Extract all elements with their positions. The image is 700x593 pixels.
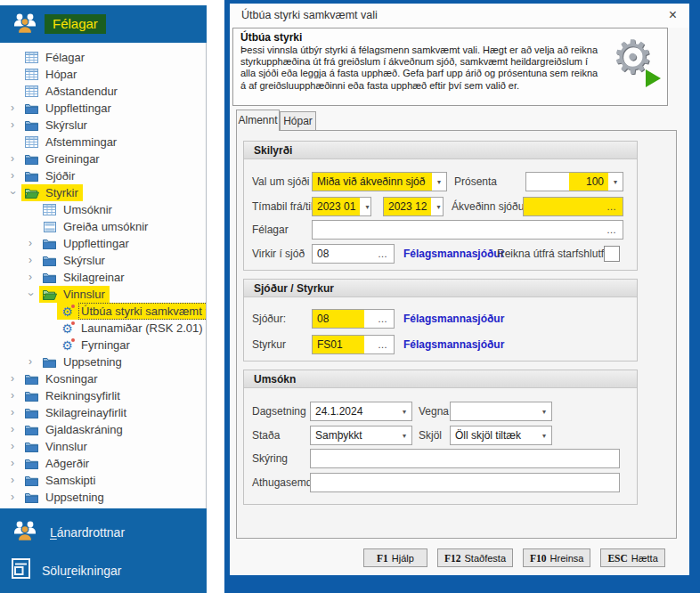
table-icon bbox=[42, 204, 57, 215]
expand-arrow-icon[interactable]: › bbox=[21, 269, 39, 286]
folder-icon bbox=[24, 120, 39, 131]
tree-item-23[interactable]: ›Vinnslur bbox=[0, 438, 206, 455]
stada-label: Staða bbox=[252, 426, 280, 445]
expand-arrow-icon[interactable]: › bbox=[4, 184, 21, 202]
expand-arrow-icon[interactable]: › bbox=[4, 100, 21, 117]
dialog-title: Útbúa styrki samkvæmt vali bbox=[241, 9, 378, 21]
tree-item-9[interactable]: ›Umsóknir bbox=[0, 201, 206, 218]
tree-item-label: Launamiðar (RSK 2.01) bbox=[79, 321, 205, 336]
tree-item-1[interactable]: ›Hópar bbox=[0, 66, 206, 83]
dialog-titlebar[interactable]: Útbúa styrki samkvæmt vali × bbox=[230, 4, 689, 28]
timabil-til-select[interactable]: 2023 12 ▾ bbox=[383, 197, 444, 216]
tree-item-12[interactable]: ›Skýrslur bbox=[0, 252, 206, 269]
tree-item-4[interactable]: ›Skýrslur bbox=[0, 117, 206, 134]
reikna-checkbox[interactable] bbox=[604, 246, 620, 262]
f12-staðfesta-button[interactable]: F12Staðfesta bbox=[437, 548, 513, 567]
tree-item-2[interactable]: ›Aðstandendur bbox=[0, 83, 206, 100]
tree-item-5[interactable]: ›Afstemmingar bbox=[0, 134, 206, 150]
folder-icon bbox=[24, 425, 39, 435]
tree-item-26[interactable]: ›Uppsetning bbox=[0, 489, 206, 506]
chevron-down-icon: ▾ bbox=[432, 173, 446, 191]
sidebar-item-lanardrottnar[interactable]: Lánardrottnar bbox=[12, 519, 125, 545]
tree-item-13[interactable]: ›Skilagreinar bbox=[0, 269, 206, 286]
ellipsis-button[interactable]: … bbox=[372, 245, 394, 263]
tree-item-content: ⚙Útbúa styrki samkvæmt vali bbox=[57, 303, 207, 320]
tree-item-14[interactable]: ›Vinnslur bbox=[0, 286, 206, 303]
tree-item-24[interactable]: ›Aðgerðir bbox=[0, 455, 206, 472]
tab-hopar[interactable]: Hópar bbox=[280, 111, 316, 130]
tree-item-11[interactable]: ›Uppflettingar bbox=[0, 235, 206, 252]
timabil-fra-select[interactable]: 2023 01 ▾ bbox=[312, 197, 371, 216]
expand-arrow-icon[interactable]: › bbox=[4, 370, 21, 387]
expand-arrow-icon[interactable]: › bbox=[22, 286, 39, 304]
tree-item-7[interactable]: ›Sjóðir bbox=[0, 167, 206, 184]
ellipsis-button[interactable]: … bbox=[601, 198, 623, 215]
esc-hætta-button[interactable]: ESCHætta bbox=[600, 548, 664, 567]
expand-arrow-icon[interactable]: › bbox=[4, 150, 21, 167]
tab-almennt[interactable]: Almennt bbox=[236, 110, 280, 131]
close-icon[interactable]: × bbox=[669, 7, 677, 23]
tree-item-22[interactable]: ›Gjaldaskráning bbox=[0, 421, 206, 438]
tree-item-17[interactable]: ›⚙Fyrningar bbox=[0, 337, 206, 353]
vegna-select[interactable]: ▾ bbox=[450, 402, 552, 421]
prosenta-input[interactable]: 100 ▾ bbox=[525, 172, 623, 191]
tree-item-18[interactable]: ›Uppsetning bbox=[0, 353, 206, 370]
tree-item-0[interactable]: ›Félagar bbox=[0, 49, 206, 66]
expand-arrow-icon[interactable]: › bbox=[4, 455, 21, 472]
stada-select[interactable]: Samþykkt ▾ bbox=[310, 426, 412, 445]
akvedinn-sjodur-field[interactable]: … bbox=[523, 197, 623, 216]
timabil-label: Tímabil frá/til bbox=[252, 197, 313, 216]
f10-hreinsa-button[interactable]: F10Hreinsa bbox=[523, 548, 590, 567]
tree-item-16[interactable]: ›⚙Launamiðar (RSK 2.01) bbox=[0, 320, 206, 337]
skyring-input[interactable] bbox=[310, 449, 620, 468]
athugasemd-input[interactable] bbox=[310, 473, 620, 492]
groupbox-sjodur-styrkur-title: Sjóður / Styrkur bbox=[244, 280, 637, 297]
expand-arrow-icon[interactable]: › bbox=[21, 235, 39, 252]
tree-item-8[interactable]: ›Styrkir bbox=[0, 184, 206, 201]
tree-item-15[interactable]: ›⚙Útbúa styrki samkvæmt vali bbox=[0, 303, 206, 320]
tree-item-content: Aðstandendur bbox=[21, 83, 122, 100]
tree-item-25[interactable]: ›Samskipti bbox=[0, 472, 206, 489]
tree-item-content: Umsóknir bbox=[39, 201, 117, 218]
expand-arrow-icon[interactable]: › bbox=[21, 353, 39, 370]
expand-arrow-icon[interactable]: › bbox=[4, 438, 21, 455]
tree-item-content: Gjaldaskráning bbox=[21, 421, 127, 438]
tree-item-label: Uppsetning bbox=[61, 354, 124, 370]
tree-item-content: Greiða umsóknir bbox=[39, 218, 152, 235]
tree-item-21[interactable]: ›Skilagreinayfirlit bbox=[0, 404, 206, 421]
felagar-field[interactable]: … bbox=[312, 220, 623, 240]
tree-item-19[interactable]: ›Kosningar bbox=[0, 370, 206, 387]
tree-item-10[interactable]: ›Greiða umsóknir bbox=[0, 218, 206, 235]
sjodur-field[interactable]: 08 … bbox=[312, 309, 395, 329]
f1-hjálp-button[interactable]: F1Hjálp bbox=[363, 548, 427, 567]
expand-arrow-icon[interactable]: › bbox=[4, 421, 21, 438]
expand-arrow-icon[interactable]: › bbox=[4, 117, 21, 134]
skjol-select[interactable]: Öll skjöl tiltæk ▾ bbox=[450, 426, 552, 445]
virkir-i-sjod-label: Virkir í sjóð bbox=[252, 244, 305, 264]
invoice-icon bbox=[12, 558, 30, 582]
dagsetning-select[interactable]: 24.1.2024 ▾ bbox=[310, 402, 412, 421]
expand-arrow-icon[interactable]: › bbox=[4, 387, 21, 404]
prosenta-label: Prósenta bbox=[454, 172, 497, 191]
tree-item-20[interactable]: ›Reikningsyfirlit bbox=[0, 387, 206, 404]
tree-item-content: Hópar bbox=[21, 66, 81, 83]
expand-arrow-icon[interactable]: › bbox=[21, 252, 39, 269]
folder-icon bbox=[42, 256, 57, 266]
tree-item-6[interactable]: ›Greiningar bbox=[0, 150, 206, 167]
tree-item-content: Uppsetning bbox=[21, 489, 109, 506]
tree-item-label: Gjaldaskráning bbox=[44, 422, 125, 437]
sidebar-item-solureikningar[interactable]: Sölureikningar bbox=[12, 558, 122, 582]
tree-item-3[interactable]: ›Uppflettingar bbox=[0, 100, 206, 117]
val-um-sjodi-select[interactable]: Miða við ákveðinn sjóð ▾ bbox=[312, 172, 447, 191]
styrkur-field[interactable]: FS01 … bbox=[312, 335, 395, 354]
ellipsis-button[interactable]: … bbox=[372, 310, 394, 328]
tree-item-label: Samskipti bbox=[44, 473, 97, 488]
ellipsis-button[interactable]: … bbox=[601, 221, 623, 239]
expand-arrow-icon[interactable]: › bbox=[4, 472, 21, 489]
expand-arrow-icon[interactable]: › bbox=[4, 404, 21, 421]
ellipsis-button[interactable]: … bbox=[372, 336, 394, 353]
expand-arrow-icon[interactable]: › bbox=[4, 167, 21, 184]
chevron-down-icon: ▾ bbox=[397, 426, 411, 444]
expand-arrow-icon[interactable]: › bbox=[4, 489, 21, 506]
virkir-i-sjod-field[interactable]: 08 … bbox=[312, 244, 395, 264]
